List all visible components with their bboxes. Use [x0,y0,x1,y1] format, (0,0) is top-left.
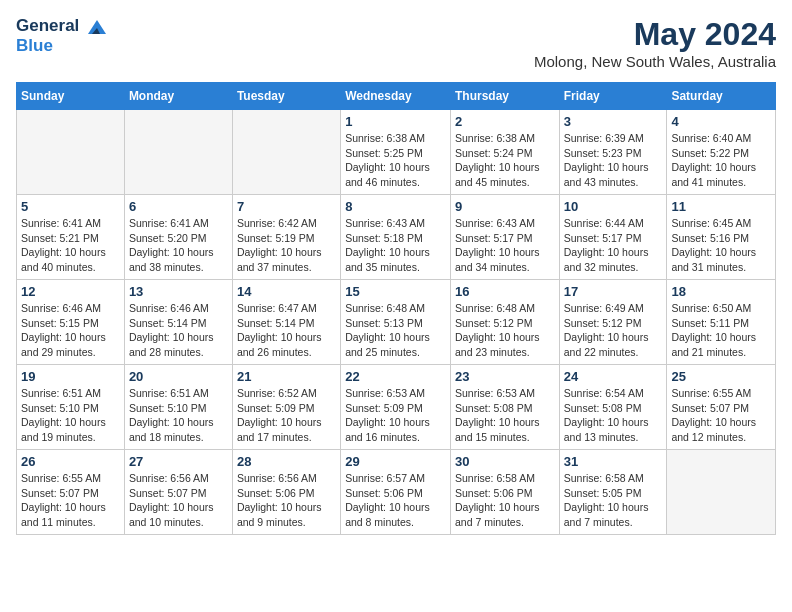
calendar-week-row: 26Sunrise: 6:55 AMSunset: 5:07 PMDayligh… [17,450,776,535]
day-number: 29 [345,454,446,469]
day-info: Sunrise: 6:38 AMSunset: 5:24 PMDaylight:… [455,131,555,190]
day-info: Sunrise: 6:55 AMSunset: 5:07 PMDaylight:… [21,471,120,530]
calendar-cell: 23Sunrise: 6:53 AMSunset: 5:08 PMDayligh… [450,365,559,450]
weekday-header-sunday: Sunday [17,83,125,110]
day-info: Sunrise: 6:49 AMSunset: 5:12 PMDaylight:… [564,301,663,360]
weekday-header-wednesday: Wednesday [341,83,451,110]
day-info: Sunrise: 6:43 AMSunset: 5:18 PMDaylight:… [345,216,446,275]
logo-text: General Blue [16,16,108,55]
calendar-cell: 8Sunrise: 6:43 AMSunset: 5:18 PMDaylight… [341,195,451,280]
weekday-header-row: SundayMondayTuesdayWednesdayThursdayFrid… [17,83,776,110]
calendar-cell: 28Sunrise: 6:56 AMSunset: 5:06 PMDayligh… [232,450,340,535]
day-number: 16 [455,284,555,299]
day-info: Sunrise: 6:48 AMSunset: 5:13 PMDaylight:… [345,301,446,360]
weekday-header-friday: Friday [559,83,667,110]
calendar-table: SundayMondayTuesdayWednesdayThursdayFrid… [16,82,776,535]
calendar-cell: 5Sunrise: 6:41 AMSunset: 5:21 PMDaylight… [17,195,125,280]
day-info: Sunrise: 6:41 AMSunset: 5:21 PMDaylight:… [21,216,120,275]
day-info: Sunrise: 6:56 AMSunset: 5:07 PMDaylight:… [129,471,228,530]
day-number: 30 [455,454,555,469]
day-number: 9 [455,199,555,214]
day-info: Sunrise: 6:38 AMSunset: 5:25 PMDaylight:… [345,131,446,190]
day-number: 12 [21,284,120,299]
day-number: 28 [237,454,336,469]
calendar-cell: 24Sunrise: 6:54 AMSunset: 5:08 PMDayligh… [559,365,667,450]
calendar-cell: 29Sunrise: 6:57 AMSunset: 5:06 PMDayligh… [341,450,451,535]
day-info: Sunrise: 6:58 AMSunset: 5:06 PMDaylight:… [455,471,555,530]
day-number: 1 [345,114,446,129]
day-number: 25 [671,369,771,384]
day-info: Sunrise: 6:51 AMSunset: 5:10 PMDaylight:… [21,386,120,445]
calendar-cell: 1Sunrise: 6:38 AMSunset: 5:25 PMDaylight… [341,110,451,195]
calendar-cell: 11Sunrise: 6:45 AMSunset: 5:16 PMDayligh… [667,195,776,280]
day-number: 5 [21,199,120,214]
calendar-cell: 12Sunrise: 6:46 AMSunset: 5:15 PMDayligh… [17,280,125,365]
weekday-header-tuesday: Tuesday [232,83,340,110]
month-year-title: May 2024 [534,16,776,53]
day-number: 20 [129,369,228,384]
calendar-cell: 20Sunrise: 6:51 AMSunset: 5:10 PMDayligh… [124,365,232,450]
calendar-cell: 6Sunrise: 6:41 AMSunset: 5:20 PMDaylight… [124,195,232,280]
day-number: 22 [345,369,446,384]
weekday-header-thursday: Thursday [450,83,559,110]
day-info: Sunrise: 6:39 AMSunset: 5:23 PMDaylight:… [564,131,663,190]
calendar-cell: 19Sunrise: 6:51 AMSunset: 5:10 PMDayligh… [17,365,125,450]
day-number: 6 [129,199,228,214]
day-number: 10 [564,199,663,214]
calendar-cell: 21Sunrise: 6:52 AMSunset: 5:09 PMDayligh… [232,365,340,450]
calendar-cell: 31Sunrise: 6:58 AMSunset: 5:05 PMDayligh… [559,450,667,535]
weekday-header-saturday: Saturday [667,83,776,110]
day-info: Sunrise: 6:56 AMSunset: 5:06 PMDaylight:… [237,471,336,530]
day-number: 18 [671,284,771,299]
calendar-cell: 25Sunrise: 6:55 AMSunset: 5:07 PMDayligh… [667,365,776,450]
page-header: General Blue May 2024 Molong, New South … [16,16,776,70]
day-number: 27 [129,454,228,469]
logo: General Blue [16,16,108,55]
weekday-header-monday: Monday [124,83,232,110]
calendar-cell: 16Sunrise: 6:48 AMSunset: 5:12 PMDayligh… [450,280,559,365]
day-number: 21 [237,369,336,384]
calendar-cell: 17Sunrise: 6:49 AMSunset: 5:12 PMDayligh… [559,280,667,365]
calendar-week-row: 1Sunrise: 6:38 AMSunset: 5:25 PMDaylight… [17,110,776,195]
day-info: Sunrise: 6:55 AMSunset: 5:07 PMDaylight:… [671,386,771,445]
day-info: Sunrise: 6:53 AMSunset: 5:09 PMDaylight:… [345,386,446,445]
day-number: 19 [21,369,120,384]
day-info: Sunrise: 6:45 AMSunset: 5:16 PMDaylight:… [671,216,771,275]
calendar-week-row: 12Sunrise: 6:46 AMSunset: 5:15 PMDayligh… [17,280,776,365]
day-number: 17 [564,284,663,299]
calendar-cell [17,110,125,195]
day-info: Sunrise: 6:54 AMSunset: 5:08 PMDaylight:… [564,386,663,445]
day-number: 14 [237,284,336,299]
day-number: 8 [345,199,446,214]
calendar-cell: 30Sunrise: 6:58 AMSunset: 5:06 PMDayligh… [450,450,559,535]
calendar-cell: 14Sunrise: 6:47 AMSunset: 5:14 PMDayligh… [232,280,340,365]
day-info: Sunrise: 6:47 AMSunset: 5:14 PMDaylight:… [237,301,336,360]
day-info: Sunrise: 6:44 AMSunset: 5:17 PMDaylight:… [564,216,663,275]
day-info: Sunrise: 6:41 AMSunset: 5:20 PMDaylight:… [129,216,228,275]
day-number: 15 [345,284,446,299]
day-number: 31 [564,454,663,469]
title-block: May 2024 Molong, New South Wales, Austra… [534,16,776,70]
day-info: Sunrise: 6:48 AMSunset: 5:12 PMDaylight:… [455,301,555,360]
calendar-cell: 3Sunrise: 6:39 AMSunset: 5:23 PMDaylight… [559,110,667,195]
logo-icon [86,18,108,36]
day-info: Sunrise: 6:51 AMSunset: 5:10 PMDaylight:… [129,386,228,445]
calendar-cell: 26Sunrise: 6:55 AMSunset: 5:07 PMDayligh… [17,450,125,535]
day-info: Sunrise: 6:52 AMSunset: 5:09 PMDaylight:… [237,386,336,445]
day-info: Sunrise: 6:46 AMSunset: 5:14 PMDaylight:… [129,301,228,360]
location-text: Molong, New South Wales, Australia [534,53,776,70]
calendar-week-row: 19Sunrise: 6:51 AMSunset: 5:10 PMDayligh… [17,365,776,450]
calendar-cell: 9Sunrise: 6:43 AMSunset: 5:17 PMDaylight… [450,195,559,280]
day-number: 3 [564,114,663,129]
calendar-cell: 18Sunrise: 6:50 AMSunset: 5:11 PMDayligh… [667,280,776,365]
day-info: Sunrise: 6:42 AMSunset: 5:19 PMDaylight:… [237,216,336,275]
day-info: Sunrise: 6:58 AMSunset: 5:05 PMDaylight:… [564,471,663,530]
day-info: Sunrise: 6:57 AMSunset: 5:06 PMDaylight:… [345,471,446,530]
calendar-cell: 10Sunrise: 6:44 AMSunset: 5:17 PMDayligh… [559,195,667,280]
day-number: 13 [129,284,228,299]
day-info: Sunrise: 6:40 AMSunset: 5:22 PMDaylight:… [671,131,771,190]
calendar-cell: 27Sunrise: 6:56 AMSunset: 5:07 PMDayligh… [124,450,232,535]
calendar-cell [232,110,340,195]
day-number: 2 [455,114,555,129]
day-number: 7 [237,199,336,214]
